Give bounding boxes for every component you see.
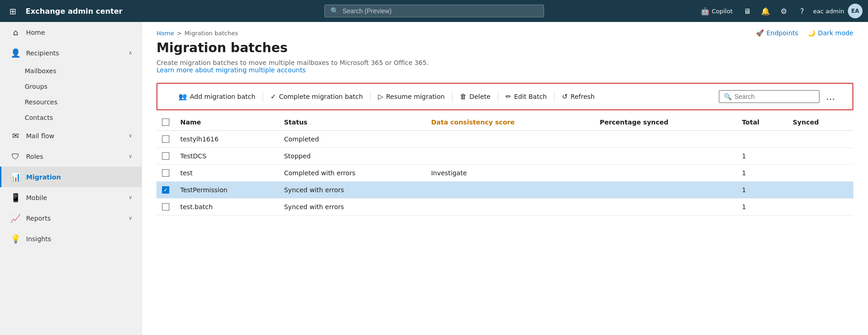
row1-checkbox-cell[interactable] — [156, 131, 175, 148]
chevron-up-icon: ∧ — [129, 50, 132, 56]
row1-consistency — [426, 131, 594, 148]
sidebar-item-home[interactable]: ⌂ Home — [0, 22, 141, 43]
sidebar-item-groups[interactable]: Groups — [0, 79, 141, 94]
breadcrumb: Home > Migration batches — [156, 30, 238, 37]
row3-checkbox[interactable] — [162, 169, 169, 177]
row4-total: 1 — [736, 182, 787, 199]
copilot-button[interactable]: 🤖 Copilot — [697, 5, 736, 17]
table-row[interactable]: TestDCS Stopped 1 — [156, 148, 853, 165]
app-title: Exchange admin center — [26, 7, 123, 16]
resume-label: Resume migration — [386, 93, 445, 100]
refresh-label: Refresh — [571, 93, 595, 100]
table-search-input[interactable] — [734, 93, 814, 100]
row5-checkbox[interactable] — [162, 203, 169, 211]
chevron-down-icon: ∨ — [129, 133, 132, 139]
notifications-button[interactable]: 🔔 — [758, 4, 773, 18]
col-status: Status — [279, 114, 426, 131]
sidebar-item-mailboxes[interactable]: Mailboxes — [0, 63, 141, 79]
global-search-box[interactable]: 🔍 — [324, 5, 544, 17]
complete-migration-batch-button[interactable]: ✓ Complete migration batch — [264, 90, 369, 103]
endpoints-button[interactable]: 🚀 Endpoints — [756, 29, 798, 37]
row1-checkbox[interactable] — [162, 135, 169, 143]
edit-batch-label: Edit Batch — [514, 93, 547, 100]
sidebar-item-migration[interactable]: 📊 Migration — [0, 167, 141, 187]
sidebar-label-resources: Resources — [25, 98, 58, 106]
screen-share-button[interactable]: 🖥 — [740, 4, 755, 18]
user-avatar[interactable]: EA — [848, 4, 863, 18]
select-all-checkbox[interactable] — [162, 119, 169, 126]
waffle-menu-button[interactable]: ⊞ — [5, 4, 20, 18]
row1-total — [736, 131, 787, 148]
migration-batches-table-container: Name Status Data consistency score Perce… — [142, 114, 868, 335]
search-icon: 🔍 — [330, 7, 339, 15]
edit-batch-button[interactable]: ✏ Edit Batch — [499, 90, 553, 103]
row5-total: 1 — [736, 199, 787, 216]
top-navigation: ⊞ Exchange admin center 🔍 🤖 Copilot 🖥 🔔 … — [0, 0, 868, 22]
sidebar-item-insights[interactable]: 💡 Insights — [0, 228, 141, 249]
row5-name: test.batch — [175, 199, 279, 216]
breadcrumb-home-link[interactable]: Home — [156, 30, 174, 37]
sidebar-label-recipients: Recipients — [26, 49, 123, 57]
row4-consistency — [426, 182, 594, 199]
sidebar-item-roles[interactable]: 🛡 Roles ∨ — [0, 146, 141, 167]
row4-synced — [787, 182, 853, 199]
sidebar-item-mailflow[interactable]: ✉ Mail flow ∨ — [0, 125, 141, 146]
sidebar-label-contacts: Contacts — [25, 114, 53, 121]
sidebar-label-roles: Roles — [26, 153, 123, 160]
row2-name: TestDCS — [175, 148, 279, 165]
refresh-button[interactable]: ↺ Refresh — [555, 90, 601, 103]
mobile-icon: 📱 — [11, 193, 21, 202]
table-row[interactable]: test.batch Synced with errors 1 — [156, 199, 853, 216]
toolbar-separator-1 — [263, 91, 263, 102]
settings-button[interactable]: ⚙ — [776, 4, 791, 18]
complete-batch-icon: ✓ — [270, 92, 276, 101]
learn-more-link[interactable]: Learn more about migrating multiple acco… — [156, 66, 306, 74]
row5-checkbox-cell[interactable] — [156, 199, 175, 216]
sidebar-item-resources[interactable]: Resources — [0, 94, 141, 110]
row2-checkbox-cell[interactable] — [156, 148, 175, 165]
resume-icon: ▷ — [378, 92, 383, 101]
row3-status: Completed with errors — [279, 165, 426, 182]
add-migration-batch-button[interactable]: 👥 Add migration batch — [172, 90, 262, 103]
search-icon-2: 🔍 — [724, 93, 732, 100]
sidebar-item-mobile[interactable]: 📱 Mobile ∨ — [0, 187, 141, 208]
sidebar-label-mobile: Mobile — [26, 194, 123, 201]
recipients-icon: 👤 — [11, 48, 21, 58]
row2-total: 1 — [736, 148, 787, 165]
edit-icon: ✏ — [506, 92, 512, 101]
darkmode-icon: 🌙 — [808, 29, 815, 37]
row4-checkbox[interactable]: ✓ — [162, 186, 169, 194]
sidebar-item-reports[interactable]: 📈 Reports ∨ — [0, 208, 141, 228]
sidebar-label-insights: Insights — [26, 235, 132, 243]
row4-checkbox-cell[interactable]: ✓ — [156, 182, 175, 199]
page-desc-text: Create migration batches to move multipl… — [156, 59, 429, 66]
row3-synced — [787, 165, 853, 182]
table-row[interactable]: ✓ TestPermission Synced with errors 1 — [156, 182, 853, 199]
top-nav-icons: 🤖 Copilot 🖥 🔔 ⚙ ? eac admin EA — [697, 4, 863, 18]
delete-button[interactable]: 🗑 Delete — [453, 90, 497, 103]
select-all-header[interactable] — [156, 114, 175, 131]
sidebar-item-recipients[interactable]: 👤 Recipients ∧ — [0, 43, 141, 63]
help-button[interactable]: ? — [795, 4, 809, 18]
insights-icon: 💡 — [11, 234, 21, 243]
refresh-icon: ↺ — [562, 92, 568, 101]
more-options-button[interactable]: … — [823, 89, 838, 104]
darkmode-button[interactable]: 🌙 Dark mode — [808, 29, 853, 37]
row3-checkbox-cell[interactable] — [156, 165, 175, 182]
global-search-input[interactable] — [343, 7, 538, 15]
mailflow-icon: ✉ — [11, 131, 21, 140]
row1-percentage — [594, 131, 737, 148]
resume-migration-button[interactable]: ▷ Resume migration — [372, 90, 451, 103]
sidebar-item-contacts[interactable]: Contacts — [0, 110, 141, 125]
table-search-box[interactable]: 🔍 — [719, 90, 819, 103]
content-area: Home > Migration batches 🚀 Endpoints 🌙 D… — [142, 22, 868, 335]
copilot-label: Copilot — [712, 8, 733, 15]
add-batch-label: Add migration batch — [190, 93, 255, 100]
row2-status: Stopped — [279, 148, 426, 165]
row2-checkbox[interactable] — [162, 152, 169, 160]
row4-name: TestPermission — [175, 182, 279, 199]
sidebar-label-mailboxes: Mailboxes — [25, 67, 56, 75]
table-row[interactable]: testylh1616 Completed — [156, 131, 853, 148]
table-row[interactable]: test Completed with errors Investigate 1 — [156, 165, 853, 182]
col-name: Name — [175, 114, 279, 131]
